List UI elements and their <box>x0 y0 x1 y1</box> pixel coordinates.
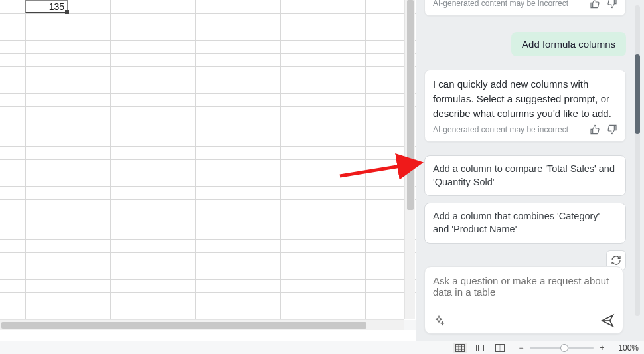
copilot-input-card <box>424 266 623 334</box>
suggestion-list: Add a column to compare 'Total Sales' an… <box>424 155 626 270</box>
user-message-bubble: Add formula columns <box>511 32 626 56</box>
ai-message-card: I can quickly add new columns with formu… <box>424 70 626 142</box>
selected-cell-value: 135 <box>49 1 64 12</box>
fill-handle[interactable] <box>65 10 69 14</box>
sheet-horizontal-scrollbar[interactable] <box>0 319 404 330</box>
zoom-slider-knob[interactable] <box>560 344 568 352</box>
copilot-pane: AI-generated content may be incorrect Ad… <box>416 0 644 341</box>
zoom-out-button[interactable]: − <box>517 343 526 353</box>
sheet-vertical-scrollbar[interactable] <box>404 0 415 319</box>
refresh-icon <box>611 255 621 266</box>
thumb-up-icon[interactable] <box>590 0 600 9</box>
zoom-slider[interactable] <box>530 347 594 349</box>
view-page-layout-button[interactable] <box>473 343 487 353</box>
zoom-control: − + 100% <box>517 343 639 353</box>
thumb-down-icon[interactable] <box>607 0 617 9</box>
suggestion-item-compare[interactable]: Add a column to compare 'Total Sales' an… <box>424 155 626 196</box>
ai-disclaimer-text: AI-generated content may be incorrect <box>433 125 568 134</box>
spreadsheet-grid[interactable]: 135 <box>0 0 416 320</box>
view-normal-button[interactable] <box>453 343 467 353</box>
view-page-break-button[interactable] <box>493 343 507 353</box>
user-message-row: Add formula columns <box>424 32 626 56</box>
svg-rect-0 <box>456 344 465 351</box>
copilot-scrollbar[interactable] <box>632 1 643 320</box>
view-page-break-icon <box>495 344 505 352</box>
ai-disclaimer-text: AI-generated content may be incorrect <box>433 0 568 8</box>
user-message-text: Add formula columns <box>522 39 615 50</box>
app-root: 135 AI-generated content may be incorrec… <box>0 0 644 354</box>
copilot-scroll-thumb[interactable] <box>635 54 640 134</box>
view-normal-icon <box>455 344 465 352</box>
suggestion-text: Add a column to compare 'Total Sales' an… <box>433 163 615 187</box>
view-page-layout-icon <box>475 344 485 352</box>
sheet-bottom-gap <box>0 330 416 341</box>
selected-cell[interactable]: 135 <box>25 0 68 13</box>
ai-message-card-previous: AI-generated content may be incorrect <box>424 0 626 16</box>
ai-message-text: I can quickly add new columns with formu… <box>433 77 617 120</box>
svg-rect-5 <box>477 345 484 351</box>
grid-lines <box>0 0 416 320</box>
zoom-level-label[interactable]: 100% <box>611 343 639 353</box>
sparkle-icon[interactable] <box>433 315 445 327</box>
suggestion-text: Add a column that combines 'Category' an… <box>433 211 600 234</box>
status-bar: − + 100% <box>0 341 644 354</box>
send-button[interactable] <box>600 313 615 328</box>
copilot-input[interactable] <box>433 275 615 303</box>
thumb-up-icon[interactable] <box>590 124 600 135</box>
suggestion-item-combine[interactable]: Add a column that combines 'Category' an… <box>424 203 626 243</box>
sheet-horizontal-scroll-thumb[interactable] <box>1 322 366 329</box>
sheet-vertical-scroll-thumb[interactable] <box>407 0 414 210</box>
zoom-in-button[interactable]: + <box>598 343 607 353</box>
thumb-down-icon[interactable] <box>607 124 617 135</box>
